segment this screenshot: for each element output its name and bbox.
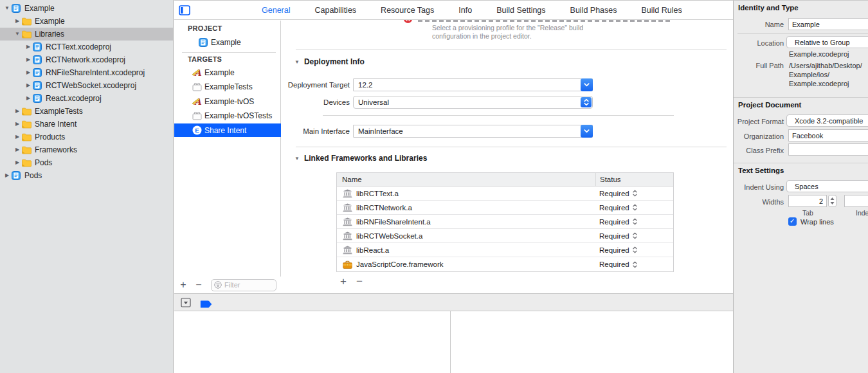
linked-frameworks-header[interactable]: ▼ Linked Frameworks and Libraries (294, 154, 427, 163)
navigator-item-rctnetwork-xcodeproj[interactable]: ▶RCTNetwork.xcodeproj (0, 53, 174, 66)
framework-row-librctnetwork-a[interactable]: libRCTNetwork.aRequired (337, 201, 673, 215)
framework-row-libreact-a[interactable]: libReact.aRequired (337, 243, 673, 257)
combo-arrow-button[interactable] (581, 78, 593, 91)
wrap-lines-checkbox[interactable] (788, 217, 797, 226)
location-popup[interactable]: Relative to Group (786, 36, 868, 48)
navigator-item-react-xcodeproj[interactable]: ▶React.xcodeproj (0, 92, 174, 105)
target-item-example[interactable]: AExample (174, 66, 281, 79)
divider (296, 147, 727, 147)
status-popup[interactable]: Required (595, 215, 673, 228)
disclosure-triangle[interactable]: ▶ (14, 156, 21, 169)
disclosure-triangle[interactable]: ▶ (24, 66, 32, 79)
app-extension-icon: E (192, 125, 202, 135)
disclosure-triangle[interactable]: ▶ (3, 169, 11, 182)
add-target-button[interactable]: + (179, 280, 188, 290)
disclosure-triangle[interactable]: ▶ (14, 143, 21, 156)
folder-icon (21, 146, 32, 154)
status-popup[interactable]: Required (595, 257, 673, 271)
status-popup[interactable]: Required (595, 243, 673, 257)
navigator-item-example[interactable]: ▼Example (0, 2, 174, 15)
inspector-panel: Identity and Type Name Location Relative… (733, 0, 868, 373)
indent-width-field[interactable] (844, 195, 868, 207)
framework-row-librctwebsocket-a[interactable]: libRCTWebSocket.aRequired (337, 229, 673, 243)
navigator-item-exampletests[interactable]: ▶ExampleTests (0, 105, 174, 118)
tab-build-rules[interactable]: Build Rules (642, 6, 682, 15)
framework-row-librcttext-a[interactable]: libRCTText.aRequired (337, 186, 673, 201)
status-popup[interactable]: Required (595, 229, 673, 242)
navigator-item-share-intent[interactable]: ▶Share Intent (0, 118, 174, 131)
breakpoints-toggle-icon[interactable] (200, 299, 212, 311)
indent-using-popup[interactable]: Spaces (786, 180, 868, 192)
divider (737, 33, 868, 34)
tab-caption: Tab (802, 209, 813, 217)
target-item-example-tvostests[interactable]: Example-tvOSTests (174, 109, 281, 122)
navigator-item-example[interactable]: ▶Example (0, 15, 174, 28)
disclosure-triangle[interactable]: ▶ (24, 53, 32, 66)
navigator-item-frameworks[interactable]: ▶Frameworks (0, 143, 174, 156)
target-item-share-intent[interactable]: EShare Intent (174, 123, 281, 137)
status-popup[interactable]: Required (595, 201, 673, 214)
status-popup[interactable]: Required (595, 186, 673, 200)
disclosure-triangle[interactable]: ▶ (24, 79, 32, 92)
target-item-exampletests[interactable]: ExampleTests (174, 80, 281, 93)
app-target-icon: A (192, 96, 202, 106)
tab-capabilities[interactable]: Capabilities (314, 6, 356, 15)
error-icon (404, 20, 412, 24)
identity-section-title: Identity and Type (738, 4, 799, 12)
navigator-item-rcttext-xcodeproj[interactable]: ▶RCTText.xcodeproj (0, 41, 174, 53)
target-item-example-tvos[interactable]: AExample-tvOS (174, 95, 281, 108)
disclosure-triangle[interactable]: ▶ (24, 41, 32, 53)
navigator-item-pods[interactable]: ▶Pods (0, 169, 174, 182)
deployment-target-combo[interactable]: 12.2 (353, 78, 593, 91)
static-library-icon (342, 203, 352, 212)
navigator-item-products[interactable]: ▶Products (0, 131, 174, 143)
tab-width-field[interactable] (788, 195, 827, 207)
framework-row-javascriptcore-framework[interactable]: JavaScriptCore.frameworkRequired (337, 257, 673, 271)
tab-general[interactable]: General (262, 6, 290, 15)
main-interface-combo[interactable]: MainInterface (353, 125, 593, 138)
tab-build-settings[interactable]: Build Settings (496, 6, 545, 15)
filter-field[interactable] (211, 279, 276, 291)
class-prefix-field[interactable] (788, 143, 868, 156)
hide-debug-area-icon[interactable] (181, 298, 191, 310)
combo-arrow-button[interactable] (581, 125, 593, 138)
deployment-info-header[interactable]: ▼ Deployment Info (294, 57, 365, 66)
disclosure-triangle[interactable]: ▼ (294, 156, 300, 161)
filter-input[interactable] (224, 281, 269, 289)
devices-popup[interactable]: Universal (353, 96, 593, 109)
project-format-popup[interactable]: Xcode 3.2-compatible (786, 114, 868, 127)
popup-arrows-button[interactable] (581, 97, 592, 107)
tab-resource-tags[interactable]: Resource Tags (381, 6, 434, 15)
disclosure-triangle[interactable]: ▼ (3, 2, 11, 15)
project-item-example[interactable]: Example (174, 35, 281, 49)
divider (734, 97, 868, 98)
remove-target-button[interactable]: − (194, 280, 203, 290)
navigator-item-rctwebsocket-xcodeproj[interactable]: ▶RCTWebSocket.xcodeproj (0, 79, 174, 92)
organization-field[interactable] (788, 129, 868, 141)
disclosure-triangle[interactable]: ▶ (14, 105, 21, 118)
xcodeproj-icon (32, 68, 42, 77)
clipped-text-row (418, 20, 673, 22)
add-framework-button[interactable]: + (340, 275, 347, 288)
disclosure-triangle[interactable]: ▼ (14, 28, 21, 41)
name-field[interactable] (788, 18, 868, 30)
remove-framework-button[interactable]: − (356, 275, 363, 288)
tab-build-phases[interactable]: Build Phases (570, 6, 617, 15)
navigator-item-libraries[interactable]: ▼Libraries (0, 28, 174, 41)
disclosure-triangle[interactable]: ▶ (14, 131, 21, 143)
navigator-item-pods[interactable]: ▶Pods (0, 156, 174, 169)
full-path-label: Full Path (734, 62, 784, 69)
targets-list-toggle-icon[interactable] (179, 5, 190, 15)
disclosure-triangle[interactable]: ▶ (24, 92, 32, 105)
console-split-divider[interactable] (450, 311, 451, 373)
name-label: Name (734, 21, 784, 28)
navigator-item-rnfileshareintent-xcodeproj[interactable]: ▶RNFileShareIntent.xcodeproj (0, 66, 174, 79)
disclosure-triangle[interactable]: ▼ (294, 59, 300, 65)
tab-info[interactable]: Info (458, 6, 472, 15)
disclosure-triangle[interactable]: ▶ (14, 118, 21, 131)
static-library-icon (342, 232, 352, 241)
file-name: Example.xcodeproj (789, 50, 849, 58)
disclosure-triangle[interactable]: ▶ (14, 15, 21, 28)
framework-row-librnfileshareintent-a[interactable]: libRNFileShareIntent.aRequired (337, 215, 673, 229)
tab-width-stepper[interactable] (828, 195, 836, 207)
